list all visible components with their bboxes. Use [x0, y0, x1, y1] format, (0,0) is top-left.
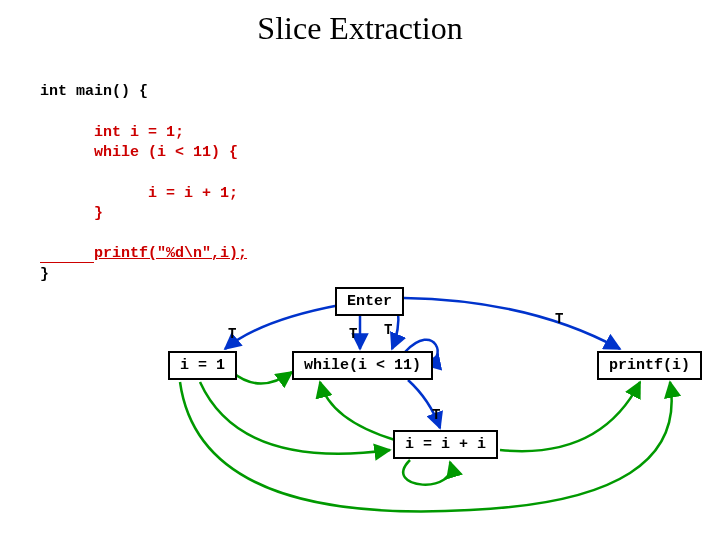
edge-label: T — [384, 322, 392, 338]
code-line: i = i + 1; — [40, 185, 238, 202]
code-line: } — [40, 205, 103, 222]
node-enter: Enter — [335, 287, 404, 316]
edge-label: T — [432, 407, 440, 423]
code-line: } — [40, 266, 49, 283]
node-incr: i = i + i — [393, 430, 498, 459]
code-block: int main() { int i = 1; while (i < 11) {… — [40, 62, 720, 285]
code-line: int i = 1; — [40, 124, 184, 141]
edge-label: T — [228, 326, 236, 342]
page-title: Slice Extraction — [0, 10, 720, 47]
code-line: while (i < 11) { — [40, 144, 238, 161]
node-init: i = 1 — [168, 351, 237, 380]
code-line: int main() { — [40, 83, 148, 100]
edge-label: T — [555, 311, 563, 327]
edge-label: T — [349, 326, 357, 342]
node-cond: while(i < 11) — [292, 351, 433, 380]
node-print: printf(i) — [597, 351, 702, 380]
code-line: printf("%d\n",i); — [40, 245, 247, 262]
